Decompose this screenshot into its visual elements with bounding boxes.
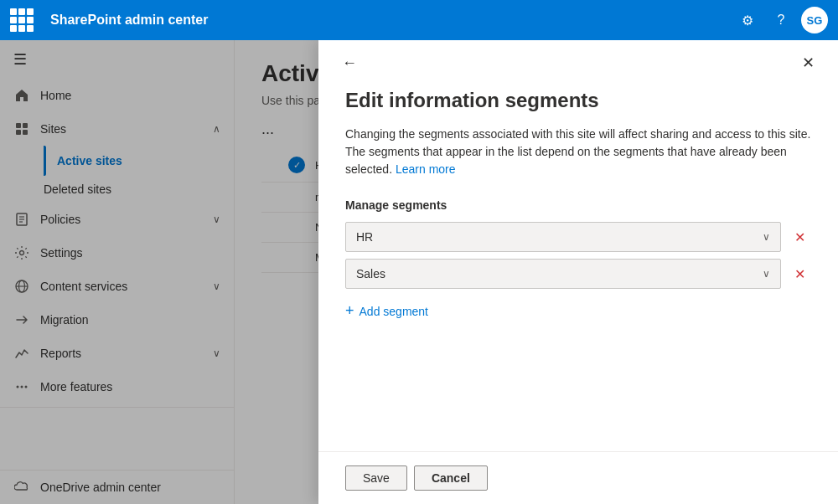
panel-footer: Save Cancel bbox=[318, 451, 838, 504]
chevron-down-icon: ∨ bbox=[763, 231, 770, 243]
settings-button[interactable]: ⚙ bbox=[734, 7, 761, 33]
learn-more-link[interactable]: Learn more bbox=[396, 162, 456, 176]
chevron-down-icon: ∨ bbox=[763, 268, 770, 280]
panel-description: Changing the segments associated with th… bbox=[345, 126, 811, 178]
segment-dropdown-sales[interactable]: Sales ∨ bbox=[345, 259, 781, 289]
add-segment-label: Add segment bbox=[360, 305, 429, 318]
segment-dropdown-hr[interactable]: HR ∨ bbox=[345, 222, 781, 252]
delete-segment-hr-button[interactable]: ✕ bbox=[788, 225, 811, 249]
save-button[interactable]: Save bbox=[345, 465, 407, 491]
panel-header: ← ✕ bbox=[318, 40, 838, 75]
help-button[interactable]: ? bbox=[768, 7, 794, 33]
waffle-menu[interactable] bbox=[10, 8, 34, 32]
back-button[interactable]: ← bbox=[335, 51, 364, 75]
main-area: ☰ Home Sites ∧ bbox=[0, 40, 838, 504]
segment-row-hr: HR ∨ ✕ bbox=[345, 222, 811, 252]
delete-segment-sales-button[interactable]: ✕ bbox=[788, 262, 811, 285]
segment-dropdown-hr-value: HR bbox=[356, 230, 373, 244]
avatar[interactable]: SG bbox=[801, 7, 828, 33]
add-segment-button[interactable]: + Add segment bbox=[345, 296, 428, 327]
cancel-button[interactable]: Cancel bbox=[414, 465, 488, 491]
edit-panel: ← ✕ Edit information segments Changing t… bbox=[318, 40, 838, 504]
plus-icon: + bbox=[345, 302, 354, 320]
panel-title: Edit information segments bbox=[345, 89, 811, 112]
manage-segments-title: Manage segments bbox=[345, 198, 811, 212]
close-button[interactable]: ✕ bbox=[795, 50, 821, 75]
segment-row-sales: Sales ∨ ✕ bbox=[345, 259, 811, 289]
topbar-actions: ⚙ ? SG bbox=[734, 7, 828, 33]
segment-dropdown-sales-value: Sales bbox=[356, 267, 385, 280]
app-title: SharePoint admin center bbox=[50, 13, 724, 28]
topbar: SharePoint admin center ⚙ ? SG bbox=[0, 0, 838, 40]
panel-body: Edit information segments Changing the s… bbox=[318, 75, 838, 451]
